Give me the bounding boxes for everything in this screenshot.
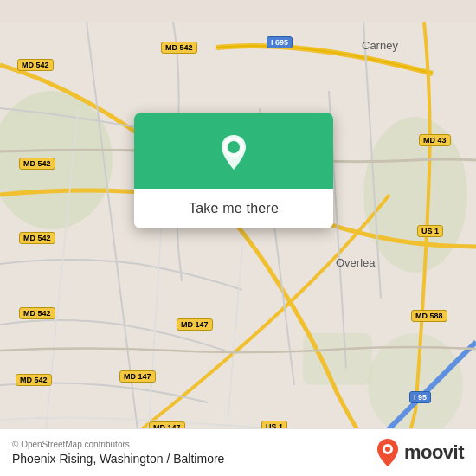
svg-point-9	[385, 447, 390, 452]
copyright-text: © OpenStreetMap contributors	[12, 440, 224, 449]
road-badge-i95: I 95	[409, 391, 431, 403]
road-badge-md542-5: MD 542	[16, 374, 52, 386]
svg-point-6	[228, 141, 240, 153]
overlea-label: Overlea	[336, 256, 376, 269]
road-badge-i695: I 695	[267, 36, 293, 48]
location-name: Phoenix Rising, Washington / Baltimore	[12, 452, 224, 466]
svg-rect-5	[0, 22, 476, 454]
bottom-left: © OpenStreetMap contributors Phoenix Ris…	[12, 440, 224, 466]
location-pin-icon	[213, 132, 254, 173]
bottom-bar: © OpenStreetMap contributors Phoenix Ris…	[0, 428, 476, 476]
road-badge-md43: MD 43	[419, 134, 451, 146]
moovit-pin-icon	[376, 438, 400, 467]
road-badge-md147-1: MD 147	[177, 318, 213, 331]
moovit-logo: moovit	[376, 438, 464, 467]
popup-green-area	[134, 113, 333, 189]
road-badge-md542-2: MD 542	[19, 158, 55, 170]
carney-label: Carney	[362, 39, 398, 52]
road-badge-md147-2: MD 147	[119, 370, 156, 383]
moovit-text: moovit	[404, 441, 464, 464]
road-badge-us1-right: US 1	[417, 225, 443, 237]
map-svg	[0, 0, 476, 476]
road-badge-md542-1: MD 542	[17, 59, 54, 71]
popup-card: Take me there	[134, 113, 333, 228]
take-me-there-button[interactable]: Take me there	[134, 189, 333, 228]
road-badge-md588: MD 588	[411, 310, 447, 322]
map-container: MD 542 MD 542 MD 542 MD 542 MD 542 MD 54…	[0, 0, 476, 476]
road-badge-md542-top: MD 542	[161, 42, 197, 54]
road-badge-md542-3: MD 542	[19, 232, 55, 244]
road-badge-md542-4: MD 542	[19, 307, 55, 319]
